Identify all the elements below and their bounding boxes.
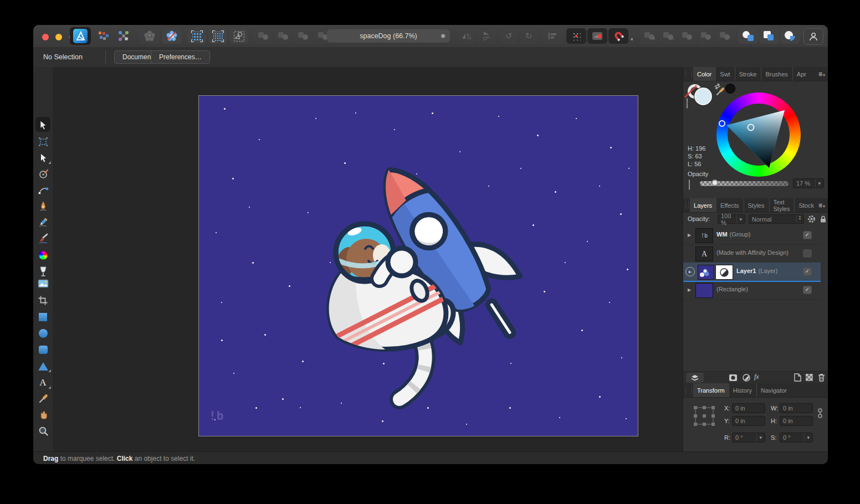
text-tool[interactable]: A [33, 376, 53, 390]
show-grid-toggle[interactable] [566, 28, 586, 44]
rotate-ccw-button[interactable]: ↺ [500, 28, 518, 44]
corner-tool[interactable] [33, 183, 53, 197]
visibility-checkbox[interactable]: ✓ [803, 268, 812, 276]
panel-grip[interactable] [685, 387, 692, 394]
layer-row-layer1[interactable]: ▶ Layer1(Layer) ✓ [683, 263, 821, 282]
account-button[interactable] [803, 28, 823, 45]
panel-grip[interactable] [685, 70, 692, 78]
rounded-rectangle-tool[interactable] [33, 342, 53, 357]
boolean-add-button[interactable]: + [641, 28, 658, 44]
export-persona-button[interactable] [115, 28, 132, 44]
hue-selector[interactable] [719, 121, 725, 126]
view-tool[interactable] [33, 407, 53, 421]
tab-stock[interactable]: Stock [794, 198, 818, 212]
rotate-cw-button[interactable]: ↻ [520, 28, 538, 44]
preferences-button[interactable]: Preferences… [151, 50, 210, 64]
close-window-button[interactable] [42, 34, 49, 40]
panel-grip[interactable] [685, 202, 689, 209]
ellipse-tool[interactable] [33, 326, 53, 341]
layer-thumbnail[interactable]: !b [695, 228, 713, 243]
y-field[interactable]: 0 in [732, 416, 765, 426]
mask-thumbnail[interactable] [715, 265, 733, 280]
tab-text-styles[interactable]: Text Styles [769, 198, 795, 212]
shear-field[interactable]: 0 °▾ [780, 433, 813, 443]
minimize-window-button[interactable] [55, 34, 62, 40]
layer-opacity-field[interactable]: 100 %▾ [718, 214, 745, 224]
tab-styles[interactable]: Styles [744, 198, 769, 212]
tab-transform[interactable]: Transform [693, 383, 729, 397]
sl-triangle[interactable] [716, 92, 801, 177]
flip-horizontal-button[interactable] [458, 28, 475, 44]
place-button[interactable] [140, 28, 160, 44]
anchor-point-selector[interactable] [692, 405, 716, 427]
pixel-persona-button[interactable] [95, 28, 112, 44]
opacity-value-field[interactable]: 17 %▾ [793, 178, 824, 188]
visibility-checkbox[interactable]: ✓ [803, 286, 812, 294]
boolean-combine-button[interactable] [716, 28, 734, 44]
opacity-none-icon[interactable] [689, 179, 690, 190]
layer-thumbnail[interactable] [698, 265, 714, 280]
edit-in-photo-button[interactable] [162, 28, 182, 44]
snap-to-grid-toggle[interactable] [187, 28, 206, 44]
snapping-toggle[interactable] [608, 28, 628, 44]
boolean-divide-button[interactable] [697, 28, 715, 44]
tab-swatches[interactable]: Swt [716, 67, 734, 81]
tab-history[interactable]: History [729, 383, 756, 397]
expand-icon[interactable]: ▶ [688, 233, 691, 238]
expand-circle-icon[interactable]: ▶ [685, 267, 695, 276]
insert-behind-button[interactable] [738, 28, 758, 44]
layer-row-rectangle[interactable]: ▶ (Rectangle) ✓ [683, 281, 821, 300]
artboard-tool[interactable] [33, 135, 53, 149]
arrange-forward-button[interactable] [254, 28, 273, 44]
layers-stack-button[interactable] [686, 373, 704, 383]
alignment-button[interactable] [543, 28, 562, 44]
arrange-front-button[interactable] [294, 28, 313, 44]
boolean-subtract-button[interactable]: − [659, 28, 677, 44]
insert-inside-button[interactable] [759, 28, 779, 44]
link-dimensions-icon[interactable] [817, 407, 823, 423]
pencil-tool[interactable] [33, 215, 53, 229]
pen-tool[interactable] [33, 199, 53, 213]
tab-appearance[interactable]: Apr [792, 67, 811, 81]
arrange-backward-button[interactable] [274, 28, 293, 44]
visibility-checkbox[interactable]: ✓ [803, 231, 812, 239]
trash-icon[interactable] [818, 373, 825, 382]
panel-menu-icon[interactable]: ≡▾ [818, 198, 828, 212]
tab-navigator[interactable]: Navigator [756, 383, 791, 397]
no-color-swatch[interactable] [687, 98, 688, 109]
tab-layers[interactable]: Layers [690, 198, 716, 212]
mask-layer-icon[interactable] [729, 374, 738, 382]
adjustment-layer-icon[interactable] [743, 374, 750, 382]
brush-tool[interactable] [33, 232, 53, 246]
rectangle-tool[interactable] [33, 310, 53, 324]
fx-icon[interactable]: fx [754, 373, 759, 381]
canvas[interactable]: !b [198, 95, 638, 436]
point-transform-tool[interactable] [33, 167, 53, 181]
layer-thumbnail[interactable]: A [695, 246, 713, 261]
snap-to-shapes-toggle[interactable] [229, 28, 248, 44]
layer-row-attribution[interactable]: A (Made with Affinity Design) [683, 244, 821, 263]
triangle-tool[interactable] [33, 359, 53, 373]
blend-mode-select[interactable]: Normal▴▾ [749, 214, 804, 224]
zoom-tool[interactable] [33, 424, 53, 438]
insert-on-top-button[interactable] [780, 28, 800, 44]
designer-persona-button[interactable] [70, 27, 91, 45]
tab-effects[interactable]: Effects [716, 198, 743, 212]
move-by-whole-pixels-toggle[interactable]: → [587, 28, 607, 44]
panel-menu-icon[interactable]: ≡▾ [818, 67, 828, 81]
new-layer-icon[interactable] [794, 373, 801, 382]
vector-crop-tool[interactable] [33, 248, 53, 263]
rotation-field[interactable]: 0 °▾ [732, 433, 765, 443]
node-tool[interactable] [33, 151, 53, 165]
snap-to-pixel-toggle[interactable] [208, 28, 227, 44]
lock-icon[interactable] [820, 215, 827, 223]
move-tool[interactable] [33, 118, 53, 132]
w-field[interactable]: 0 in [780, 403, 813, 413]
flip-vertical-button[interactable] [478, 28, 495, 44]
tab-stroke[interactable]: Stroke [735, 67, 761, 81]
place-image-tool[interactable] [33, 276, 53, 291]
expand-icon[interactable]: ▶ [688, 287, 691, 292]
snapping-options-dropdown[interactable]: ▾ [631, 33, 633, 43]
tab-brushes[interactable]: Brushes [761, 67, 792, 81]
boolean-intersect-button[interactable] [678, 28, 696, 44]
